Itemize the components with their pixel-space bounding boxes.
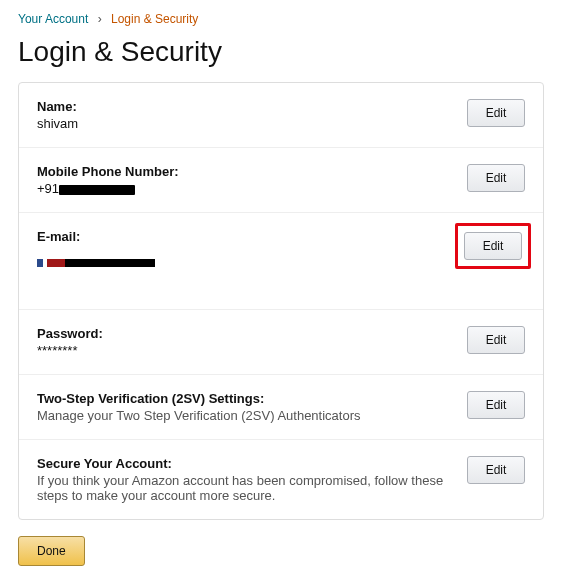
row-email: E-mail: Edit	[19, 213, 543, 310]
edit-email-highlight: Edit	[455, 223, 531, 269]
settings-card: Name: shivam Edit Mobile Phone Number: +…	[18, 82, 544, 520]
password-value: ********	[37, 343, 455, 358]
breadcrumb-root-link[interactable]: Your Account	[18, 12, 88, 26]
email-label: E-mail:	[37, 229, 449, 244]
edit-email-button[interactable]: Edit	[464, 232, 522, 260]
breadcrumb-current: Login & Security	[111, 12, 198, 26]
row-secure: Secure Your Account: If you think your A…	[19, 440, 543, 519]
tsv-desc: Manage your Two Step Verification (2SV) …	[37, 408, 455, 423]
page-title: Login & Security	[18, 36, 544, 68]
name-value: shivam	[37, 116, 455, 131]
edit-tsv-button[interactable]: Edit	[467, 391, 525, 419]
mobile-redacted	[59, 185, 135, 195]
breadcrumb: Your Account › Login & Security	[18, 8, 544, 36]
edit-password-button[interactable]: Edit	[467, 326, 525, 354]
secure-desc: If you think your Amazon account has bee…	[37, 473, 455, 503]
password-label: Password:	[37, 326, 455, 341]
done-button[interactable]: Done	[18, 536, 85, 566]
row-password: Password: ******** Edit	[19, 310, 543, 375]
edit-name-button[interactable]: Edit	[467, 99, 525, 127]
edit-mobile-button[interactable]: Edit	[467, 164, 525, 192]
name-label: Name:	[37, 99, 455, 114]
row-mobile: Mobile Phone Number: +91 Edit	[19, 148, 543, 213]
row-tsv: Two-Step Verification (2SV) Settings: Ma…	[19, 375, 543, 440]
mobile-prefix: +91	[37, 181, 59, 196]
secure-label: Secure Your Account:	[37, 456, 455, 471]
mobile-value: +91	[37, 181, 455, 196]
email-value-redacted	[37, 254, 449, 269]
row-name: Name: shivam Edit	[19, 83, 543, 148]
tsv-label: Two-Step Verification (2SV) Settings:	[37, 391, 455, 406]
breadcrumb-separator: ›	[98, 12, 102, 26]
mobile-label: Mobile Phone Number:	[37, 164, 455, 179]
edit-secure-button[interactable]: Edit	[467, 456, 525, 484]
